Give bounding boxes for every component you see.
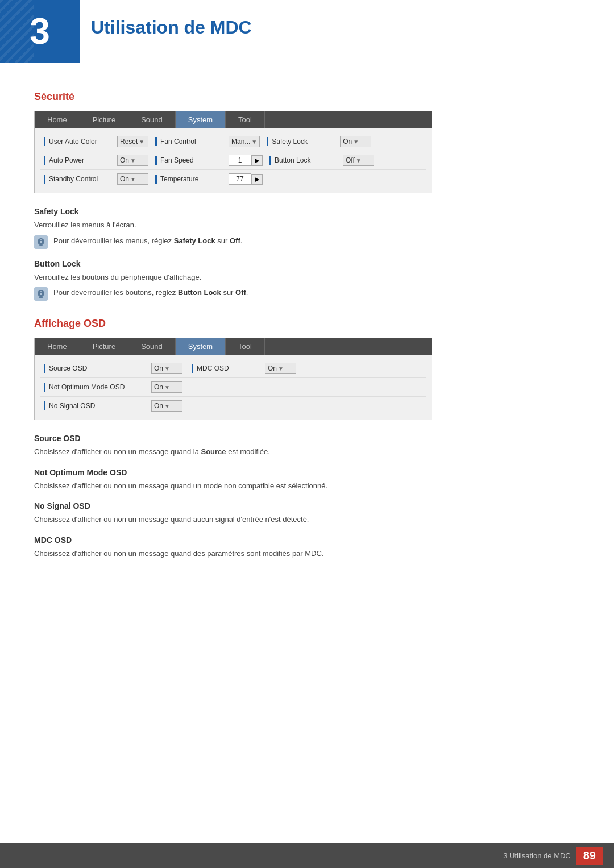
label-user-auto-color: User Auto Color [49,138,117,146]
label-not-optimum-osd: Not Optimum Mode OSD [49,383,151,391]
label-button-lock: Button Lock [275,156,343,164]
tab-home-2[interactable]: Home [35,338,80,355]
col-no-signal-osd: No Signal OSD On ▼ [40,399,188,413]
body-button-lock: Verrouillez les boutons du périphérique … [34,272,580,283]
subheading-source-osd: Source OSD [34,434,580,443]
body-no-signal-osd: Choisissez d'afficher ou non un message … [34,514,580,525]
select-source-osd[interactable]: On ▼ [151,363,182,374]
value-fan-speed: 1 [229,155,251,166]
body-safety-lock: Verrouillez les menus à l'écran. [34,219,580,231]
osd-panel-row-3: No Signal OSD On ▼ [40,397,426,415]
tab-picture-2[interactable]: Picture [80,338,128,355]
indicator-auto-power [44,156,45,165]
osd-tab-row: Home Picture Sound System Tool [35,338,432,355]
footer-text: 3 Utilisation de MDC [503,852,571,860]
note-text-safety-lock: Pour déverrouiller les menus, réglez Saf… [53,235,242,247]
tab-system-1[interactable]: System [176,111,226,128]
subheading-mdc-osd: MDC OSD [34,535,580,545]
header-diagonal-decoration [0,0,34,63]
indicator-no-signal-osd [44,401,45,410]
col-mdc-osd: MDC OSD On ▼ [188,362,300,375]
indicator-user-auto-color [44,137,45,146]
body-not-optimum-osd: Choisissez d'afficher ou non un message … [34,480,580,492]
select-no-signal-osd[interactable]: On ▼ [151,400,182,412]
security-panel: Home Picture Sound System Tool User Auto… [34,111,432,193]
note-button-lock: Pour déverrouiller les boutons, réglez B… [34,287,580,301]
indicator-source-osd [44,364,45,373]
indicator-temperature [155,175,157,184]
select-not-optimum-osd[interactable]: On ▼ [151,381,182,393]
col-safety-lock: Safety Lock On ▼ [263,135,375,148]
indicator-button-lock [269,156,271,165]
subheading-not-optimum-osd: Not Optimum Mode OSD [34,468,580,477]
osd-panel-row-2: Not Optimum Mode OSD On ▼ [40,378,426,397]
security-panel-body: User Auto Color Reset ▼ Fan Control Man.… [35,128,432,193]
label-temperature: Temperature [160,175,229,183]
select-standby-control[interactable]: On ▼ [117,173,148,185]
tab-system-2[interactable]: System [176,338,226,355]
col-not-optimum-osd: Not Optimum Mode OSD On ▼ [40,380,188,394]
select-fan-control[interactable]: Man... ▼ [229,136,260,147]
col-user-auto-color: User Auto Color Reset ▼ [40,135,152,148]
tab-picture-1[interactable]: Picture [80,111,128,128]
col-fan-speed: Fan Speed 1 ▶ [152,153,266,167]
col-empty-3 [188,405,291,407]
tab-home-1[interactable]: Home [35,111,80,128]
col-auto-power: Auto Power On ▼ [40,153,152,167]
select-user-auto-color[interactable]: Reset ▼ [117,136,148,147]
label-safety-lock: Safety Lock [272,138,340,146]
subheading-no-signal-osd: No Signal OSD [34,501,580,510]
main-content: Sécurité Home Picture Sound System Tool … [0,0,614,609]
col-standby-control: Standby Control On ▼ [40,172,152,186]
panel-row-1: User Auto Color Reset ▼ Fan Control Man.… [40,132,426,151]
subheading-safety-lock: Safety Lock [34,207,580,216]
section-title-securite: Sécurité [34,91,580,103]
tab-tool-1[interactable]: Tool [226,111,265,128]
label-standby-control: Standby Control [49,175,117,183]
select-mdc-osd[interactable]: On ▼ [265,363,296,374]
col-empty-1 [266,178,368,180]
chapter-header: 3 [0,0,80,63]
indicator-fan-control [155,137,157,146]
tab-sound-2[interactable]: Sound [128,338,176,355]
note-safety-lock: Pour déverrouiller les menus, réglez Saf… [34,235,580,249]
label-auto-power: Auto Power [49,156,117,164]
panel-row-3: Standby Control On ▼ Temperature 77 ▶ [40,170,426,188]
col-button-lock: Button Lock Off ▼ [266,153,377,167]
col-empty-2 [188,386,291,388]
note-text-button-lock: Pour déverrouiller les boutons, réglez B… [53,287,248,298]
col-temperature: Temperature 77 ▶ [152,172,266,186]
page-title: Utilisation de MDC [91,17,252,38]
tab-sound-1[interactable]: Sound [128,111,176,128]
label-fan-speed: Fan Speed [160,156,229,164]
body-source-osd: Choisissez d'afficher ou non un message … [34,446,580,458]
note-icon-button-lock [34,287,48,301]
select-auto-power[interactable]: On ▼ [117,155,148,166]
indicator-mdc-osd [192,364,193,373]
label-fan-control: Fan Control [160,138,229,146]
col-source-osd: Source OSD On ▼ [40,362,188,375]
indicator-standby-control [44,175,45,184]
tab-tool-2[interactable]: Tool [226,338,265,355]
section-title-affichage-osd: Affichage OSD [34,318,580,330]
footer-page-number: 89 [576,847,603,865]
subheading-button-lock: Button Lock [34,259,580,268]
select-safety-lock[interactable]: On ▼ [340,136,371,147]
footer: 3 Utilisation de MDC 89 [0,843,614,868]
security-tab-row: Home Picture Sound System Tool [35,111,432,128]
col-fan-control: Fan Control Man... ▼ [152,135,263,148]
value-temperature: 77 [229,173,251,185]
label-source-osd: Source OSD [49,364,151,372]
body-mdc-osd: Choisissez d'afficher ou non un message … [34,548,580,559]
indicator-safety-lock [267,137,268,146]
note-icon-safety-lock [34,235,48,249]
label-no-signal-osd: No Signal OSD [49,402,151,410]
osd-panel-row-1: Source OSD On ▼ MDC OSD On ▼ [40,359,426,378]
btn-fan-speed-right[interactable]: ▶ [251,155,263,166]
btn-temperature-right[interactable]: ▶ [251,174,263,185]
indicator-fan-speed [155,156,157,165]
select-button-lock[interactable]: Off ▼ [343,155,374,166]
osd-panel: Home Picture Sound System Tool Source OS… [34,338,432,420]
panel-row-2: Auto Power On ▼ Fan Speed 1 ▶ Button Loc… [40,151,426,170]
osd-panel-body: Source OSD On ▼ MDC OSD On ▼ Not Optimum… [35,355,432,420]
